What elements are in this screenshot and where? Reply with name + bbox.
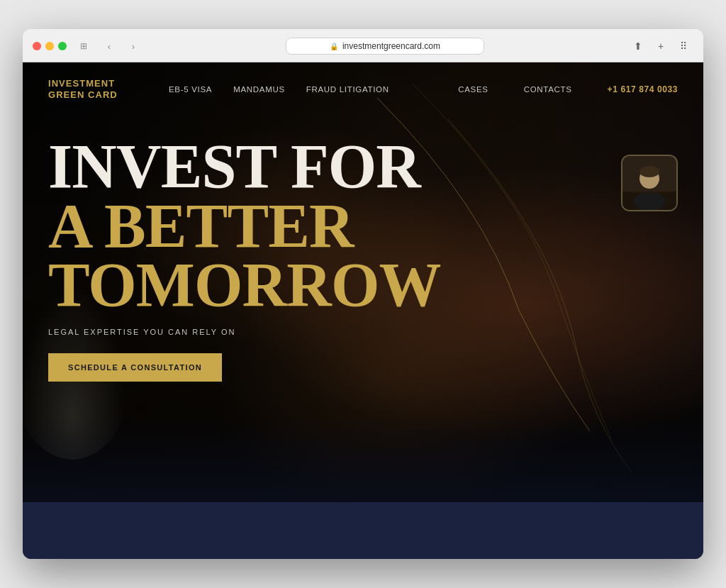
nav-mandamus-link[interactable]: MANDAMUS bbox=[233, 85, 285, 94]
new-tab-button[interactable]: + bbox=[651, 36, 671, 56]
website: INVESTMENT GREEN CARD EB-5 VISA MANDAMUS… bbox=[23, 62, 703, 559]
browser-chrome: ⊞ ‹ › 🔒 investmentgreencard.com ⬆ + ⠿ bbox=[23, 29, 703, 62]
attorney-thumbnail bbox=[621, 155, 678, 211]
attorney-photo bbox=[622, 156, 676, 210]
hero-content: INVEST FOR A BETTER TOMORROW LEGAL EXPER… bbox=[23, 116, 703, 382]
hero-title-line1: INVEST FOR bbox=[48, 137, 678, 196]
browser-window: ⊞ ‹ › 🔒 investmentgreencard.com ⬆ + ⠿ bbox=[23, 29, 703, 559]
nav-phone[interactable]: +1 617 874 0033 bbox=[608, 84, 678, 94]
svg-rect-5 bbox=[628, 192, 671, 193]
attorney-silhouette-icon bbox=[622, 156, 676, 210]
bottom-section bbox=[23, 502, 703, 559]
back-button[interactable]: ‹ bbox=[101, 38, 118, 55]
window-mode-icon: ⊞ bbox=[74, 39, 94, 53]
nav-contacts-link[interactable]: CONTACTS bbox=[524, 85, 572, 94]
maximize-button[interactable] bbox=[58, 42, 67, 50]
share-button[interactable]: ⬆ bbox=[628, 36, 648, 56]
extensions-button[interactable]: ⠿ bbox=[674, 36, 693, 56]
svg-point-4 bbox=[640, 166, 659, 177]
nav-cases-link[interactable]: CASES bbox=[458, 85, 488, 94]
hero-bottom-fade bbox=[23, 417, 703, 502]
nav-eb5-link[interactable]: EB-5 VISA bbox=[169, 85, 212, 94]
lock-icon: 🔒 bbox=[330, 43, 338, 50]
browser-actions: ⬆ + ⠿ bbox=[628, 36, 693, 56]
hero-cta: SCHEDULE A CONSULTATION bbox=[48, 353, 678, 382]
navbar: INVESTMENT GREEN CARD EB-5 VISA MANDAMUS… bbox=[23, 62, 703, 116]
close-button[interactable] bbox=[33, 42, 41, 50]
traffic-lights bbox=[33, 42, 67, 50]
hero-title-line2: A BETTER TOMORROW bbox=[48, 196, 678, 315]
schedule-consultation-button[interactable]: SCHEDULE A CONSULTATION bbox=[48, 353, 222, 382]
nav-fraud-link[interactable]: FRAUD LITIGATION bbox=[306, 85, 389, 94]
minimize-button[interactable] bbox=[45, 42, 54, 50]
hero-subtitle: LEGAL EXPERTISE YOU CAN RELY ON bbox=[48, 328, 678, 336]
hero-title: INVEST FOR A BETTER TOMORROW bbox=[48, 137, 678, 315]
url-text: investmentgreencard.com bbox=[342, 41, 440, 51]
forward-button[interactable]: › bbox=[125, 38, 142, 55]
hero-section: INVESTMENT GREEN CARD EB-5 VISA MANDAMUS… bbox=[23, 62, 703, 502]
nav-links-right: CASES CONTACTS +1 617 874 0033 bbox=[458, 84, 678, 94]
nav-logo[interactable]: INVESTMENT GREEN CARD bbox=[48, 78, 140, 100]
nav-links-left: EB-5 VISA MANDAMUS FRAUD LITIGATION bbox=[169, 85, 389, 94]
address-bar[interactable]: 🔒 investmentgreencard.com bbox=[286, 38, 484, 55]
address-bar-container: 🔒 investmentgreencard.com bbox=[149, 38, 621, 55]
